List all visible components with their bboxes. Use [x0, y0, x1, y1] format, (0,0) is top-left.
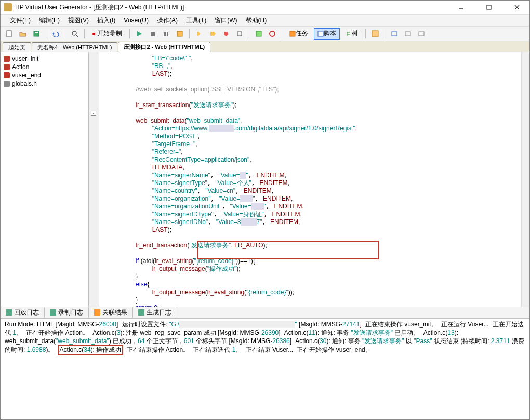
- highlight-annotation-2: Action.c(34): 操作成功: [58, 345, 124, 355]
- btab-corr[interactable]: 关联结果: [89, 307, 133, 318]
- tab-test2[interactable]: 压测接口2 - Web (HTTP/HTML): [118, 42, 210, 52]
- tree-vuser-end[interactable]: vuser_end: [3, 71, 86, 80]
- svg-point-7: [72, 31, 76, 35]
- script-tree: vuser_init Action vuser_end globals.h: [1, 52, 89, 307]
- svg-rect-24: [405, 32, 410, 36]
- app-icon: [4, 3, 12, 11]
- header-icon: [4, 81, 10, 87]
- btab-record[interactable]: 录制日志: [45, 307, 89, 318]
- menu-edit[interactable]: 编辑(E): [35, 15, 64, 26]
- svg-rect-14: [237, 32, 242, 36]
- play-button[interactable]: [134, 28, 145, 40]
- workspace: vuser_init Action vuser_end globals.h - …: [1, 52, 529, 307]
- action-icon: [4, 56, 10, 62]
- vscrollbar[interactable]: [521, 52, 529, 307]
- step3-button[interactable]: [220, 28, 232, 40]
- compile-button[interactable]: [174, 28, 186, 40]
- menubar: 文件(E) 编辑(E) 视图(V) 插入(I) Vuser(U) 操作(A) 工…: [1, 14, 529, 27]
- svg-point-16: [270, 31, 275, 36]
- btab-replay[interactable]: 回放日志: [1, 307, 45, 318]
- svg-rect-23: [392, 32, 397, 36]
- svg-rect-11: [167, 32, 168, 36]
- stop-button[interactable]: [147, 28, 158, 40]
- svg-rect-18: [318, 31, 323, 36]
- svg-rect-1: [487, 5, 491, 9]
- icon5-button[interactable]: [253, 28, 264, 40]
- window-title: HP Virtual User Generator - [压测接口2 - Web…: [15, 3, 452, 12]
- menu-help[interactable]: 帮助(H): [242, 15, 271, 26]
- tab-start[interactable]: 起始页: [3, 42, 31, 52]
- btab-gen[interactable]: 生成日志: [133, 307, 177, 318]
- save-button[interactable]: [31, 28, 42, 40]
- svg-rect-10: [164, 32, 166, 36]
- svg-rect-15: [256, 31, 261, 36]
- svg-point-13: [224, 32, 228, 36]
- svg-rect-25: [419, 32, 424, 36]
- tab-noname4[interactable]: 无名称4 - Web (HTTP/HTML): [32, 42, 117, 52]
- log-icon: [138, 309, 144, 316]
- code-content[interactable]: "LB=\"code\":", "RB=,", LAST); //web_set…: [99, 52, 521, 307]
- menu-vuser[interactable]: Vuser(U): [120, 16, 153, 25]
- log-icon: [50, 309, 56, 316]
- tree-vuser-init[interactable]: vuser_init: [3, 55, 86, 63]
- svg-rect-9: [151, 32, 155, 36]
- svg-line-8: [76, 35, 78, 37]
- log-icon: [6, 309, 12, 316]
- new-button[interactable]: [4, 28, 15, 40]
- action-icon: [4, 72, 10, 78]
- script-button[interactable]: 脚本: [314, 28, 340, 40]
- ext2-button[interactable]: [402, 28, 414, 40]
- icon6-button[interactable]: [267, 28, 278, 40]
- ext1-button[interactable]: [389, 28, 400, 40]
- action-icon: [4, 64, 10, 70]
- fold-icon[interactable]: -: [91, 111, 96, 116]
- layout-button[interactable]: [369, 28, 381, 40]
- titlebar: HP Virtual User Generator - [压测接口2 - Web…: [1, 1, 529, 14]
- document-tabs: 起始页 无名称4 - Web (HTTP/HTML) 压测接口2 - Web (…: [1, 41, 529, 52]
- minimize-button[interactable]: [452, 2, 470, 12]
- output-tabs: 回放日志 录制日志 关联结果 生成日志: [1, 307, 529, 318]
- menu-insert[interactable]: 插入(I): [93, 15, 120, 26]
- close-button[interactable]: [508, 2, 526, 12]
- app-window: HP Virtual User Generator - [压测接口2 - Web…: [0, 0, 530, 420]
- tasks-button[interactable]: 任务: [286, 28, 312, 40]
- maximize-button[interactable]: [480, 2, 498, 12]
- svg-rect-17: [290, 31, 295, 36]
- open-button[interactable]: [17, 28, 29, 40]
- menu-view[interactable]: 视图(V): [64, 15, 93, 26]
- output-log[interactable]: Run Mode: HTML [MsgId: MMSG-26000] 运行时设置…: [1, 318, 529, 419]
- step1-button[interactable]: [193, 28, 205, 40]
- menu-ops[interactable]: 操作(A): [153, 15, 182, 26]
- ext3-button[interactable]: [416, 28, 427, 40]
- svg-rect-4: [7, 31, 11, 37]
- tree-button[interactable]: 树: [342, 28, 362, 40]
- menu-file[interactable]: 文件(E): [6, 15, 35, 26]
- corr-icon: [94, 309, 100, 316]
- svg-rect-12: [177, 31, 182, 36]
- step4-button[interactable]: [234, 28, 245, 40]
- toolbar: ●开始录制 任务 脚本 树: [1, 27, 529, 41]
- undo-button[interactable]: [50, 28, 61, 40]
- tree-action[interactable]: Action: [3, 63, 86, 71]
- find-button[interactable]: [69, 28, 81, 40]
- gutter: -: [89, 52, 99, 307]
- menu-tools[interactable]: 工具(T): [182, 15, 210, 26]
- pause-button[interactable]: [161, 28, 172, 40]
- start-record-button[interactable]: ●开始录制: [88, 28, 126, 40]
- svg-rect-6: [35, 32, 38, 33]
- code-editor[interactable]: - "LB=\"code\":", "RB=,", LAST); //web_s…: [89, 52, 529, 307]
- tree-globals[interactable]: globals.h: [3, 80, 86, 88]
- step2-button[interactable]: [207, 28, 218, 40]
- svg-rect-22: [372, 31, 378, 37]
- menu-window[interactable]: 窗口(W): [210, 15, 241, 26]
